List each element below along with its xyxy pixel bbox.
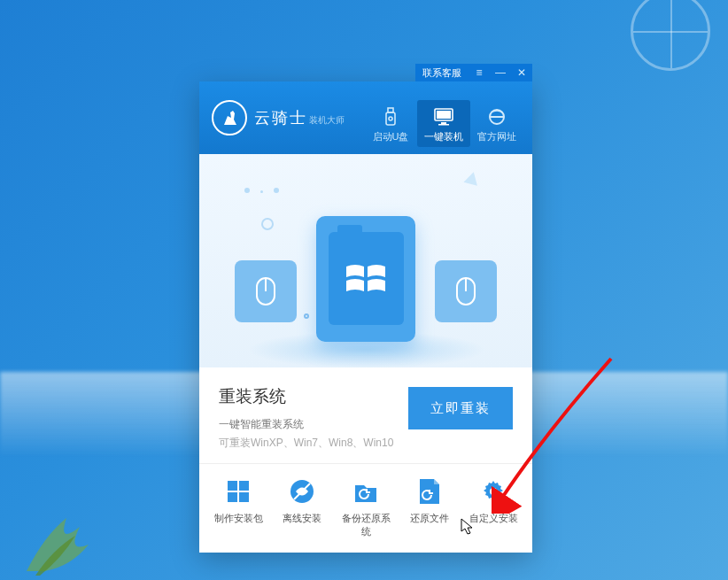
leaf-decoration — [18, 500, 106, 580]
svg-rect-1 — [388, 108, 393, 112]
nav-label: 启动U盘 — [364, 130, 417, 143]
usb-icon — [364, 105, 417, 128]
tool-label: 备份还原系统 — [337, 512, 394, 538]
close-icon[interactable]: ✕ — [511, 64, 532, 81]
knight-icon — [212, 100, 247, 135]
minimize-icon[interactable]: — — [490, 64, 511, 81]
tool-restore-file[interactable]: 还原文件 — [401, 476, 458, 538]
tool-label: 离线安装 — [274, 512, 330, 525]
menu-icon[interactable]: ≡ — [469, 64, 490, 81]
nav-official-site[interactable]: 官方网址 — [470, 100, 523, 147]
window-controls: ≡ — ✕ — [469, 64, 532, 81]
tools-row: 制作安装包 离线安装 备份还原系统 还原文件 自定义安装 — [199, 464, 532, 553]
nav-oneclick-install[interactable]: 一键装机 — [417, 100, 470, 147]
hero-illustration — [199, 154, 532, 367]
reinstall-now-button[interactable]: 立即重装 — [408, 387, 513, 429]
app-logo: 云骑士装机大师 — [212, 100, 345, 135]
nav-label: 一键装机 — [417, 130, 470, 143]
package-icon — [223, 476, 253, 507]
nav-label: 官方网址 — [470, 130, 523, 143]
titlebar: 联系客服 ≡ — ✕ — [415, 64, 532, 81]
gear-icon — [478, 476, 508, 507]
mouse-icon — [235, 260, 297, 322]
tool-label: 还原文件 — [401, 512, 458, 525]
mouse-icon — [435, 260, 497, 322]
svg-rect-4 — [437, 111, 451, 119]
app-title: 云骑士 — [254, 109, 307, 127]
application-window: 联系客服 ≡ — ✕ 云骑士装机大师 启动U盘 — [199, 81, 532, 553]
ie-icon — [470, 105, 523, 128]
header-nav: 启动U盘 一键装机 官方网址 — [364, 100, 523, 147]
tool-backup-restore[interactable]: 备份还原系统 — [337, 476, 394, 538]
svg-rect-8 — [228, 481, 237, 491]
svg-point-2 — [389, 117, 392, 120]
windows-folder-icon — [316, 216, 415, 342]
tool-label: 自定义安装 — [465, 512, 522, 525]
app-header: 云骑士装机大师 启动U盘 一键装机 官方网址 — [199, 81, 532, 154]
globe-icon — [631, 0, 710, 71]
svg-rect-11 — [239, 492, 249, 502]
svg-rect-5 — [441, 122, 446, 124]
svg-rect-9 — [239, 481, 249, 491]
backup-icon — [351, 476, 381, 507]
action-supports: 可重装WinXP、Win7、Win8、Win10 — [219, 436, 513, 451]
tool-offline-install[interactable]: 离线安装 — [274, 476, 330, 538]
action-panel: 重装系统 一键智能重装系统 可重装WinXP、Win7、Win8、Win10 立… — [199, 367, 532, 464]
tool-label: 制作安装包 — [210, 512, 267, 525]
contact-support-button[interactable]: 联系客服 — [415, 64, 469, 81]
svg-rect-0 — [386, 112, 395, 125]
offline-icon — [287, 476, 317, 507]
svg-rect-10 — [228, 492, 237, 502]
tool-make-package[interactable]: 制作安装包 — [210, 476, 267, 538]
nav-usb-boot[interactable]: 启动U盘 — [364, 100, 417, 147]
app-subtitle: 装机大师 — [309, 115, 345, 125]
svg-point-14 — [490, 488, 497, 495]
monitor-icon — [417, 105, 470, 128]
tool-custom-install[interactable]: 自定义安装 — [465, 476, 522, 538]
svg-rect-6 — [438, 124, 449, 126]
restore-file-icon — [414, 476, 445, 507]
